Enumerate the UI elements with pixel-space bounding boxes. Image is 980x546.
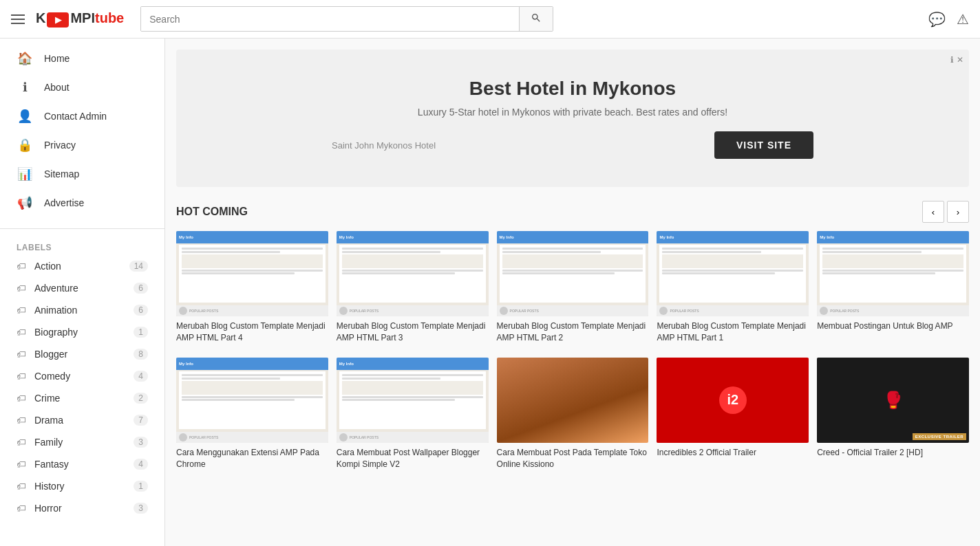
label-count: 7 [134, 415, 148, 426]
tag-icon: 🏷 [17, 327, 26, 338]
label-item-horror[interactable]: 🏷 Horror 3 [0, 497, 164, 519]
section-title: HOT COMING [176, 206, 919, 218]
label-count: 6 [134, 305, 148, 316]
sidebar-nav: 🏠 Home ℹ About 👤 Contact Admin 🔒 Privacy… [0, 39, 164, 223]
sidebar-divider [0, 228, 164, 229]
tag-icon: 🏷 [17, 481, 26, 492]
video-thumb: My Info POPULAR POSTS [497, 231, 649, 316]
video-title: Cara Menggunakan Extensi AMP Pada Chrome [176, 447, 328, 470]
label-name: Biography [34, 327, 125, 338]
ad-brand: Saint John Mykonos Hotel [332, 140, 436, 151]
alert-icon[interactable]: ⚠ [957, 11, 969, 28]
video-thumb [497, 358, 649, 443]
video-thumb: My Info POPULAR POSTS [337, 358, 489, 443]
video-card-vc5[interactable]: My Info POPULAR POSTS Membuat Postingan … [817, 231, 969, 344]
labels-header: LABELS [0, 234, 164, 255]
label-name: Blogger [34, 349, 125, 360]
labels-list: 🏷 Action 14 🏷 Adventure 6 🏷 Animation 6 … [0, 255, 164, 519]
video-card-vc2[interactable]: My Info POPULAR POSTS Merubah Blog Custo… [337, 231, 489, 344]
logo-text: KMPItube [36, 10, 124, 28]
tag-icon: 🏷 [17, 459, 26, 470]
sidebar-item-home[interactable]: 🏠 Home [0, 44, 164, 73]
label-item-adventure[interactable]: 🏷 Adventure 6 [0, 277, 164, 299]
video-thumb: i2 [657, 358, 809, 443]
header: KMPItube 💬 ⚠ [0, 0, 980, 39]
next-arrow[interactable]: › [947, 201, 969, 223]
label-name: Horror [34, 503, 125, 514]
video-card-vr2[interactable]: My Info POPULAR POSTS Cara Membuat Post … [337, 358, 489, 470]
tag-icon: 🏷 [17, 261, 26, 272]
chat-icon[interactable]: 💬 [928, 11, 946, 28]
ad-banner: ℹ ✕ Best Hotel in Mykonos Luxury 5-Star … [176, 50, 969, 187]
sidebar-item-label: Sitemap [44, 168, 79, 179]
label-name: Family [34, 437, 125, 448]
ad-footer: Saint John Mykonos Hotel VISIT SITE [332, 131, 813, 159]
ad-info-icon[interactable]: ℹ [950, 55, 954, 65]
label-count: 4 [134, 371, 148, 382]
label-item-comedy[interactable]: 🏷 Comedy 4 [0, 365, 164, 387]
video-title: Creed - Official Trailer 2 [HD] [817, 447, 969, 459]
video-grid-row2: My Info POPULAR POSTS Cara Menggunakan E… [176, 358, 969, 470]
ad-close-icon[interactable]: ✕ [957, 55, 963, 65]
sidebar-item-privacy[interactable]: 🔒 Privacy [0, 131, 164, 160]
label-count: 1 [134, 481, 148, 492]
label-count: 6 [134, 283, 148, 294]
video-card-vc1[interactable]: My Info POPULAR POSTS Merubah Blog Custo… [176, 231, 328, 344]
label-count: 1 [134, 327, 148, 338]
tag-icon: 🏷 [17, 437, 26, 448]
video-thumb: My Info POPULAR POSTS [337, 231, 489, 316]
label-name: Fantasy [34, 459, 125, 470]
search-input[interactable] [141, 7, 519, 31]
video-card-vr1[interactable]: My Info POPULAR POSTS Cara Menggunakan E… [176, 358, 328, 470]
tag-icon: 🏷 [17, 305, 26, 316]
ad-title: Best Hotel in Mykonos [469, 78, 676, 100]
video-title: Cara Membuat Post Wallpaper Blogger Komp… [337, 447, 489, 470]
label-item-fantasy[interactable]: 🏷 Fantasy 4 [0, 453, 164, 475]
video-card-vr4[interactable]: i2 Incredibles 2 Official Trailer [657, 358, 809, 470]
video-grid-row1: My Info POPULAR POSTS Merubah Blog Custo… [176, 231, 969, 344]
sitemap-icon: 📊 [17, 166, 33, 182]
label-item-family[interactable]: 🏷 Family 3 [0, 431, 164, 453]
label-item-action[interactable]: 🏷 Action 14 [0, 255, 164, 277]
search-button[interactable] [519, 7, 553, 31]
label-count: 3 [134, 437, 148, 448]
video-title: Membuat Postingan Untuk Blog AMP [817, 320, 969, 332]
video-thumb: 🥊 EXCLUSIVE TRAILER [817, 358, 969, 443]
sidebar-item-sitemap[interactable]: 📊 Sitemap [0, 160, 164, 188]
video-card-vc3[interactable]: My Info POPULAR POSTS Merubah Blog Custo… [497, 231, 649, 344]
search-bar [140, 6, 553, 32]
video-title: Merubah Blog Custom Template Menjadi AMP… [337, 320, 489, 344]
label-item-blogger[interactable]: 🏷 Blogger 8 [0, 343, 164, 365]
label-name: Crime [34, 393, 125, 404]
contact-icon: 👤 [17, 109, 33, 124]
label-count: 3 [134, 503, 148, 514]
ad-cta-button[interactable]: VISIT SITE [714, 131, 813, 159]
video-title: Merubah Blog Custom Template Menjadi AMP… [657, 320, 809, 344]
header-actions: 💬 ⚠ [928, 11, 969, 28]
label-count: 14 [129, 261, 148, 272]
video-card-vr3[interactable]: Cara Membuat Post Pada Template Toko Onl… [497, 358, 649, 470]
sidebar: 🏠 Home ℹ About 👤 Contact Admin 🔒 Privacy… [0, 39, 165, 546]
video-title: Merubah Blog Custom Template Menjadi AMP… [176, 320, 328, 344]
tag-icon: 🏷 [17, 503, 26, 514]
label-name: Animation [34, 305, 125, 316]
label-item-drama[interactable]: 🏷 Drama 7 [0, 409, 164, 431]
sidebar-item-label: About [44, 82, 70, 93]
video-card-vr5[interactable]: 🥊 EXCLUSIVE TRAILER Creed - Official Tra… [817, 358, 969, 470]
label-item-crime[interactable]: 🏷 Crime 2 [0, 387, 164, 409]
video-thumb: My Info POPULAR POSTS [176, 358, 328, 443]
video-card-vc4[interactable]: My Info POPULAR POSTS Merubah Blog Custo… [657, 231, 809, 344]
label-item-biography[interactable]: 🏷 Biography 1 [0, 321, 164, 343]
menu-button[interactable] [11, 14, 25, 24]
sidebar-item-contact-admin[interactable]: 👤 Contact Admin [0, 102, 164, 131]
label-name: Comedy [34, 371, 125, 382]
logo[interactable]: KMPItube [36, 10, 124, 28]
sidebar-item-label: Privacy [44, 140, 76, 151]
sidebar-item-advertise[interactable]: 📢 Advertise [0, 188, 164, 217]
prev-arrow[interactable]: ‹ [922, 201, 944, 223]
label-item-animation[interactable]: 🏷 Animation 6 [0, 299, 164, 321]
label-item-history[interactable]: 🏷 History 1 [0, 475, 164, 497]
sidebar-item-about[interactable]: ℹ About [0, 73, 164, 102]
sidebar-item-label: Home [44, 53, 70, 64]
video-thumb: My Info POPULAR POSTS [176, 231, 328, 316]
